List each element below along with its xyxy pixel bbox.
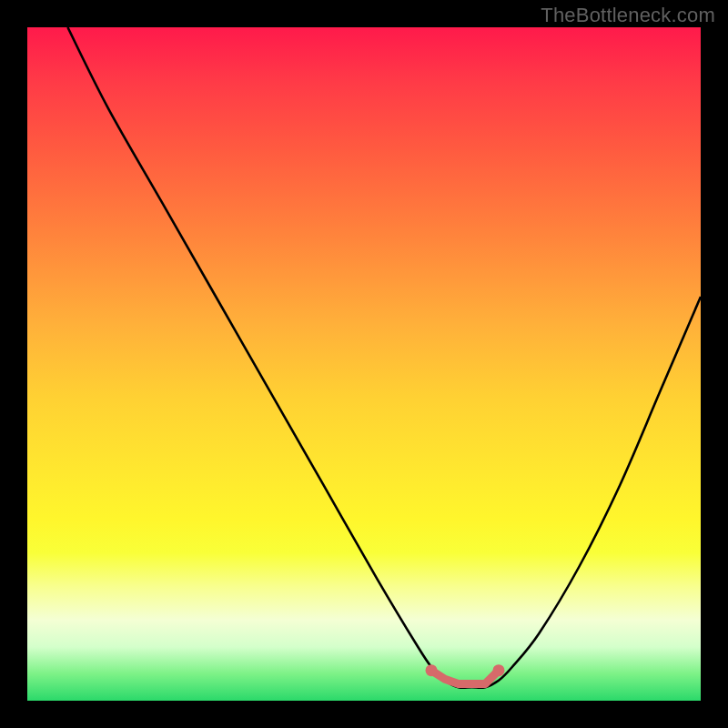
optimal-range-endpoint: [493, 664, 505, 676]
optimal-range-path: [431, 671, 499, 684]
plot-svg: [27, 27, 701, 701]
plot-frame: [0, 0, 728, 728]
chart-container: TheBottleneck.com: [0, 0, 728, 728]
watermark-text: TheBottleneck.com: [541, 4, 715, 27]
optimal-range-endpoint: [426, 664, 438, 676]
bottleneck-curve-path: [67, 27, 701, 688]
optimal-range-group: [426, 664, 505, 683]
plot-area: [27, 27, 701, 701]
